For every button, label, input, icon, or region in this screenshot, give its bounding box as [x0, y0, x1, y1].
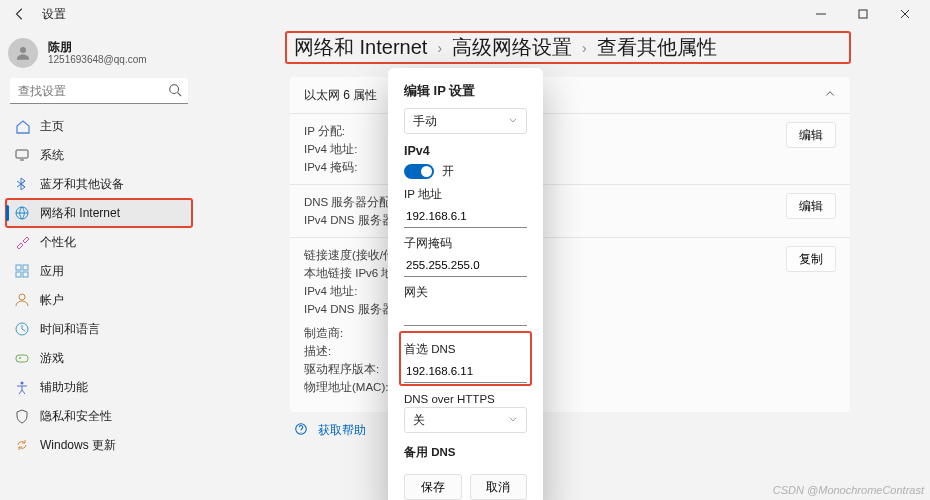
dns-over-https-select[interactable]: 关 [404, 407, 527, 433]
sidebar-item-label: 蓝牙和其他设备 [40, 176, 124, 193]
svg-rect-8 [23, 272, 28, 277]
apps-icon [14, 263, 30, 279]
ip-address-label: IP 地址 [404, 187, 527, 202]
sidebar-item-privacy[interactable]: 隐私和安全性 [6, 402, 192, 430]
save-button[interactable]: 保存 [404, 474, 462, 500]
svg-rect-3 [16, 150, 28, 158]
sidebar: 陈朋 1251693648@qq.com 主页系统蓝牙和其他设备网络和 Inte… [0, 28, 200, 500]
subnet-mask-label: 子网掩码 [404, 236, 527, 251]
svg-rect-11 [16, 355, 28, 362]
sidebar-item-label: 辅助功能 [40, 379, 88, 396]
svg-rect-0 [859, 10, 867, 18]
sidebar-item-user[interactable]: 帐户 [6, 286, 192, 314]
breadcrumb-b[interactable]: 高级网络设置 [452, 34, 572, 61]
help-label: 获取帮助 [318, 422, 366, 439]
system-icon [14, 147, 30, 163]
expander-title: 以太网 6 属性 [304, 87, 377, 104]
ethernet-expander: 以太网 6 属性 IP 分配:IPv4 地址:IPv4 掩码: 编辑 DNS 服… [290, 77, 850, 412]
chevron-down-icon [508, 414, 518, 426]
preferred-dns-label: 首选 DNS [404, 342, 527, 357]
alternate-dns-label: 备用 DNS [404, 445, 527, 460]
breadcrumb-a[interactable]: 网络和 Internet [294, 34, 427, 61]
help-icon [294, 422, 308, 439]
dialog-title: 编辑 IP 设置 [404, 82, 527, 100]
breadcrumb-c: 查看其他属性 [597, 34, 717, 61]
sidebar-item-apps[interactable]: 应用 [6, 257, 192, 285]
gateway-input[interactable] [404, 302, 527, 326]
info-row: IP 分配: [304, 122, 786, 140]
info-row: 本地链接 IPv6 地址: [304, 264, 786, 282]
sidebar-item-label: 主页 [40, 118, 64, 135]
sidebar-item-game[interactable]: 游戏 [6, 344, 192, 372]
account-block[interactable]: 陈朋 1251693648@qq.com [6, 34, 192, 78]
sidebar-item-time[interactable]: 时间和语言 [6, 315, 192, 343]
bt-icon [14, 176, 30, 192]
sidebar-item-label: 游戏 [40, 350, 64, 367]
close-button[interactable] [884, 0, 926, 28]
get-help-link[interactable]: 获取帮助 [294, 422, 850, 439]
dns-over-https-label: DNS over HTTPS [404, 393, 527, 405]
info-row: 物理地址(MAC): [304, 378, 786, 396]
gateway-label: 网关 [404, 285, 527, 300]
sidebar-item-brush[interactable]: 个性化 [6, 228, 192, 256]
ipv4-toggle-label: 开 [442, 164, 454, 179]
svg-point-9 [19, 294, 25, 300]
svg-rect-7 [16, 272, 21, 277]
net-icon [14, 205, 30, 221]
copy-button[interactable]: 复制 [786, 246, 836, 272]
search-box[interactable] [10, 78, 188, 104]
preferred-dns-input[interactable] [404, 359, 527, 383]
ip-address-input[interactable] [404, 204, 527, 228]
sidebar-item-label: Windows 更新 [40, 437, 116, 454]
svg-rect-5 [16, 265, 21, 270]
avatar [8, 38, 38, 68]
sidebar-nav: 主页系统蓝牙和其他设备网络和 Internet个性化应用帐户时间和语言游戏辅助功… [6, 112, 192, 459]
ipv4-toggle[interactable] [404, 164, 434, 179]
sidebar-item-update[interactable]: Windows 更新 [6, 431, 192, 459]
cancel-button[interactable]: 取消 [470, 474, 528, 500]
main: 网络和 Internet › 高级网络设置 › 查看其他属性 以太网 6 属性 … [200, 28, 930, 500]
sidebar-item-system[interactable]: 系统 [6, 141, 192, 169]
ipv4-section-label: IPv4 [404, 144, 430, 158]
subnet-mask-input[interactable] [404, 253, 527, 277]
sidebar-item-label: 网络和 Internet [40, 205, 120, 222]
sidebar-item-label: 个性化 [40, 234, 76, 251]
ip-mode-value: 手动 [413, 114, 437, 129]
adapter-info-group: 链接速度(接收/传输):本地链接 IPv6 地址:IPv4 地址:IPv4 DN… [290, 237, 850, 404]
sidebar-item-access[interactable]: 辅助功能 [6, 373, 192, 401]
info-row: 描述: [304, 342, 786, 360]
svg-rect-6 [23, 265, 28, 270]
sidebar-item-home[interactable]: 主页 [6, 112, 192, 140]
sidebar-item-label: 应用 [40, 263, 64, 280]
svg-point-1 [20, 47, 26, 53]
edit-ip-button[interactable]: 编辑 [786, 122, 836, 148]
back-button[interactable] [4, 0, 36, 28]
sidebar-item-label: 帐户 [40, 292, 64, 309]
minimize-button[interactable] [800, 0, 842, 28]
watermark: CSDN @MonochromeContrast [773, 484, 924, 496]
sidebar-item-net[interactable]: 网络和 Internet [6, 199, 192, 227]
info-row: 驱动程序版本: [304, 360, 786, 378]
privacy-icon [14, 408, 30, 424]
search-icon [168, 83, 182, 100]
window-title: 设置 [42, 6, 66, 23]
ip-assignment-group: IP 分配:IPv4 地址:IPv4 掩码: 编辑 [290, 113, 850, 184]
svg-point-12 [21, 382, 24, 385]
edit-dns-button[interactable]: 编辑 [786, 193, 836, 219]
info-row: DNS 服务器分配: [304, 193, 786, 211]
ip-mode-select[interactable]: 手动 [404, 108, 527, 134]
doh-value: 关 [413, 413, 425, 428]
account-email: 1251693648@qq.com [48, 54, 147, 66]
user-icon [14, 292, 30, 308]
sidebar-item-bt[interactable]: 蓝牙和其他设备 [6, 170, 192, 198]
maximize-button[interactable] [842, 0, 884, 28]
search-input[interactable] [10, 78, 188, 104]
edit-ip-dialog: 编辑 IP 设置 手动 IPv4 开 IP 地址 子网掩码 网关 首选 DNS … [388, 68, 543, 500]
chevron-up-icon [824, 88, 836, 103]
account-name: 陈朋 [48, 40, 147, 54]
access-icon [14, 379, 30, 395]
chevron-right-icon: › [582, 40, 587, 56]
home-icon [14, 118, 30, 134]
dns-assignment-group: DNS 服务器分配:IPv4 DNS 服务器: 编辑 [290, 184, 850, 237]
expander-header[interactable]: 以太网 6 属性 [290, 77, 850, 113]
